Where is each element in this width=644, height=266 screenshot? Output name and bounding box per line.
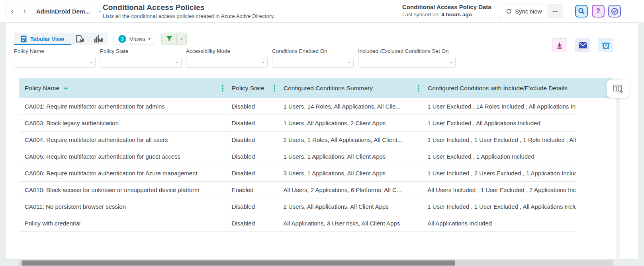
chevron-down-icon: ▾ — [181, 37, 183, 41]
table-row[interactable]: CA003: Block legacy authentication Disab… — [19, 115, 576, 132]
filter-dropdown[interactable]: ▾ — [358, 57, 456, 68]
views-label: Views — [129, 35, 145, 42]
filter: Included /Excluded Conditions Set On ▾ — [358, 48, 456, 68]
table-row[interactable]: CA005: Require multifactor authenticatio… — [19, 148, 576, 165]
tab-label: Tabular View — [30, 36, 64, 42]
dataset-title: Conditional Access Policy Data — [402, 4, 491, 10]
clock-check-icon — [611, 8, 619, 15]
sync-now-button[interactable]: Sync Now — [500, 4, 548, 18]
column-header-policy-state[interactable]: Policy State — [227, 78, 279, 98]
table-row[interactable]: Policy with credential Disabled All Appl… — [19, 215, 576, 232]
column-label: Policy Name — [25, 85, 59, 92]
chevron-down-icon: ▾ — [262, 60, 264, 64]
sync-info: Conditional Access Policy Data Last sync… — [402, 4, 491, 17]
sync-button-group: Sync Now ••• — [500, 4, 563, 18]
filter: Policy State ▾ — [100, 48, 182, 68]
filter-label: Policy State — [100, 48, 182, 54]
cell-conditions-summary: 1 Users, 14 Roles, All Applications, All… — [279, 103, 423, 110]
report-card: Tabular View 3 Views ▾ ▾ — [6, 23, 638, 259]
column-header-conditions-summary[interactable]: Configured Conditions Summary — [279, 78, 423, 98]
column-menu-icon[interactable] — [219, 85, 227, 91]
filter-dropdown[interactable]: ▾ — [14, 57, 96, 68]
views-count-badge: 3 — [118, 35, 126, 43]
cell-policy-name: CA004: Require multifactor authenticatio… — [19, 132, 227, 148]
chevron-down-icon: ▾ — [90, 60, 92, 64]
chevron-left-icon: ‹ — [11, 7, 14, 15]
forward-button[interactable]: › — [18, 4, 31, 18]
filter: Accessibility Mode ▾ — [186, 48, 268, 68]
tenant-dropdown[interactable]: AdminDroid Dem... ▾ — [31, 4, 106, 18]
last-synced: Last synced on: 4 hours ago — [402, 12, 491, 17]
download-button[interactable] — [552, 38, 567, 52]
ellipsis-icon: ••• — [552, 9, 558, 14]
cell-conditions-summary: All Applications, 3 User risks, All Clie… — [279, 220, 423, 227]
cell-include-exclude-details: 1 User Included , 1 User Excluded , 1 Ro… — [423, 136, 576, 143]
filter-options-button[interactable]: ▾ — [176, 33, 186, 45]
views-dropdown-button[interactable]: 3 Views ▾ — [114, 33, 155, 45]
tab-chart-view[interactable] — [89, 33, 108, 45]
cell-conditions-summary: 2 Users, 1 Roles, All Applications, All … — [279, 136, 423, 143]
view-tab-group: Tabular View — [14, 33, 108, 45]
horizontal-scrollbar-thumb[interactable] — [22, 260, 455, 266]
page-title-block: Conditional Access Policies Lists all th… — [103, 3, 275, 19]
filter-dropdown[interactable]: ▾ — [272, 57, 354, 68]
sync-more-button[interactable]: ••• — [548, 4, 563, 18]
page-title: Conditional Access Policies — [103, 3, 275, 12]
cell-include-exclude-details: 1 User Included , 2 Users Excluded , 1 A… — [423, 170, 576, 177]
horizontal-scrollbar[interactable] — [19, 260, 613, 266]
column-header-include-exclude-details[interactable]: Configured Conditions with Include/Exclu… — [423, 78, 576, 98]
mail-icon — [578, 42, 587, 49]
column-label: Policy State — [232, 85, 264, 92]
table-settings-icon — [613, 84, 624, 94]
cell-policy-state: Enabled — [227, 186, 279, 193]
tenant-name: AdminDroid Dem... — [36, 8, 90, 15]
nav-tenant-group: ‹ › AdminDroid Dem... ▾ — [6, 4, 106, 18]
column-header-policy-name[interactable]: Policy Name — [19, 78, 227, 98]
table-row[interactable]: CA001: Require multifactor authenticatio… — [19, 98, 576, 115]
question-icon: ? — [596, 8, 600, 15]
last-synced-label: Last synced on: — [402, 12, 440, 17]
cell-include-exclude-details: All Users Included , 1 User Excluded , 2… — [423, 186, 576, 193]
column-label: Configured Conditions Summary — [284, 85, 373, 92]
tab-report-view[interactable] — [71, 33, 89, 45]
table-row[interactable]: CA006: Require multifactor authenticatio… — [19, 165, 576, 182]
search-icon — [578, 8, 585, 15]
table-row[interactable]: CA004: Require multifactor authenticatio… — [19, 132, 576, 148]
cell-policy-state: Disabled — [227, 120, 279, 126]
apply-filter-button[interactable] — [162, 33, 176, 45]
column-menu-icon[interactable] — [270, 85, 279, 91]
back-button[interactable]: ‹ — [6, 4, 18, 18]
cell-policy-name: CA001: Require multifactor authenticatio… — [19, 98, 227, 115]
cell-conditions-summary: 3 Users, 1 Applications, All Client Apps — [279, 170, 423, 177]
sync-now-label: Sync Now — [515, 8, 542, 15]
cell-include-exclude-details: 1 User Excluded , 14 Roles Included , Al… — [423, 103, 576, 110]
filter-label: Conditions Enabled On — [272, 48, 354, 54]
help-button[interactable]: ? — [592, 5, 605, 17]
cell-conditions-summary: 2 Users, All Applications, All Client Ap… — [279, 203, 423, 210]
vertical-scrollbar[interactable] — [616, 78, 620, 260]
bar-pie-chart-icon — [94, 35, 103, 43]
search-button[interactable] — [575, 5, 588, 17]
table-header-row: Policy Name Policy State Configured Cond… — [19, 78, 613, 98]
cell-conditions-summary: 1 Users, 1 Applications, All Client Apps — [279, 153, 423, 160]
filter-dropdown[interactable]: ▾ — [186, 57, 268, 68]
cell-policy-state: Disabled — [227, 170, 279, 177]
column-menu-icon[interactable] — [415, 85, 423, 91]
filter-dropdown[interactable]: ▾ — [100, 57, 182, 68]
email-button[interactable] — [575, 38, 590, 52]
filter-label: Included /Excluded Conditions Set On — [358, 48, 456, 54]
cell-policy-state: Disabled — [227, 220, 279, 227]
tab-tabular-view[interactable]: Tabular View — [14, 33, 71, 45]
cell-policy-name: CA011: No persistent browser session — [19, 198, 227, 215]
cell-policy-state: Disabled — [227, 153, 279, 160]
cell-include-exclude-details: 1 User Excluded , All Applications Inclu… — [423, 120, 576, 126]
download-icon — [556, 41, 564, 49]
table-row[interactable]: CA011: No persistent browser session Dis… — [19, 198, 576, 215]
schedule-alert-button[interactable] — [598, 38, 613, 52]
chevron-right-icon: › — [23, 7, 26, 15]
alarm-clock-icon — [601, 41, 611, 50]
table-row[interactable]: CA010: Block access for unknown or unsup… — [19, 182, 576, 198]
schedule-status-button[interactable] — [608, 5, 621, 17]
column-chooser-button[interactable] — [607, 80, 630, 98]
page-subtitle: Lists all the conditional access policie… — [103, 13, 275, 19]
